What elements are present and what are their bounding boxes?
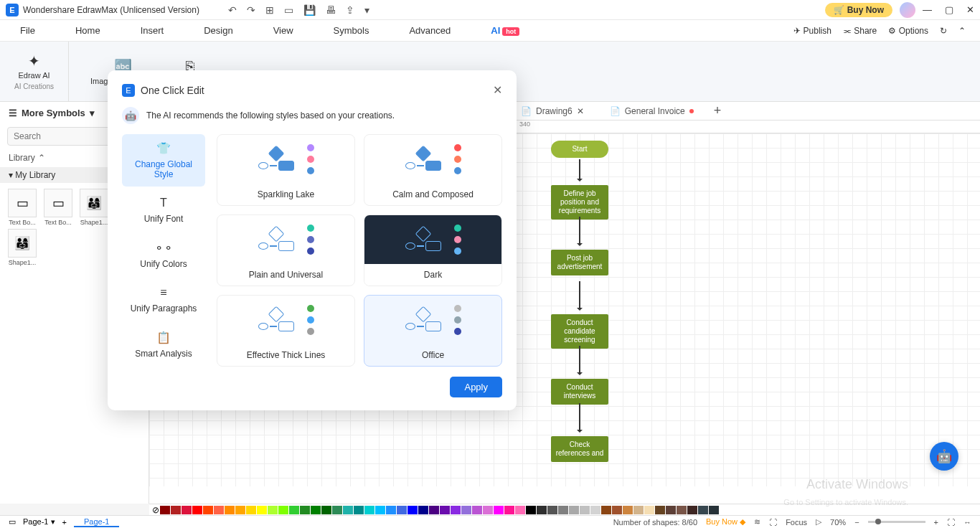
undo-icon[interactable]: ↶ <box>228 4 237 16</box>
fullscreen-icon[interactable]: ⛶ <box>769 518 777 527</box>
color-swatch[interactable] <box>343 506 353 514</box>
menu-ai[interactable]: AIhot <box>485 22 525 39</box>
color-swatch[interactable] <box>569 506 579 514</box>
color-swatch[interactable] <box>214 506 224 514</box>
dropdown-icon[interactable]: ▾ <box>364 4 369 16</box>
ai-assistant-bubble[interactable]: 🤖 <box>930 442 958 471</box>
collapse-ribbon-icon[interactable]: ⌃ <box>958 26 966 36</box>
buy-now-button[interactable]: 🛒 Buy Now <box>825 3 892 17</box>
op-unify-font[interactable]: TUnify Font <box>122 189 205 231</box>
color-swatch[interactable] <box>483 506 493 514</box>
flow-node[interactable]: Conduct interviews <box>551 379 608 405</box>
color-swatch[interactable] <box>332 506 342 514</box>
style-card-effective-thick-lines[interactable]: Effective Thick Lines <box>217 295 355 367</box>
color-swatch[interactable] <box>590 506 600 514</box>
buy-now-link[interactable]: Buy Now ◆ <box>706 517 745 527</box>
color-swatch[interactable] <box>268 506 278 514</box>
style-card-sparkling-lake[interactable]: Sparkling Lake <box>217 134 355 206</box>
play-icon[interactable]: ▷ <box>816 517 821 527</box>
color-swatch[interactable] <box>407 506 418 514</box>
tab-general-invoice[interactable]: 📄 General Invoice <box>604 106 699 116</box>
style-card-dark[interactable]: Dark <box>364 214 502 286</box>
color-swatch[interactable] <box>655 506 665 514</box>
style-card-plain-and-universal[interactable]: Plain and Universal <box>217 214 355 286</box>
tab-close-icon[interactable]: ✕ <box>577 106 584 116</box>
color-swatch[interactable] <box>300 506 310 514</box>
color-swatch[interactable] <box>235 506 245 514</box>
flow-node-start[interactable]: Start <box>551 141 608 158</box>
color-swatch[interactable] <box>547 506 557 514</box>
publish-button[interactable]: ✈ Publish <box>793 26 831 36</box>
color-swatch[interactable] <box>601 506 611 514</box>
zoom-out-icon[interactable]: − <box>854 518 859 527</box>
page-tab[interactable]: Page-1 <box>74 517 119 527</box>
color-swatch[interactable] <box>580 506 590 514</box>
flow-node[interactable]: Conduct candidate screening <box>551 314 608 349</box>
menu-view[interactable]: View <box>268 22 299 39</box>
share-button[interactable]: ⫘ Share <box>843 26 877 36</box>
color-swatch[interactable] <box>644 506 654 514</box>
color-swatch[interactable] <box>504 506 514 514</box>
color-swatch[interactable] <box>246 506 256 514</box>
notification-icon[interactable]: ↻ <box>940 26 947 36</box>
menu-design[interactable]: Design <box>198 22 238 39</box>
shape-item[interactable]: ▭Text Bo... <box>6 189 39 226</box>
dialog-close-icon[interactable]: ✕ <box>493 83 502 97</box>
shape-item[interactable]: 👨‍👩‍👧Shape1... <box>6 229 39 266</box>
color-swatch[interactable] <box>203 506 213 514</box>
color-swatch[interactable] <box>160 506 170 514</box>
edraw-ai-button[interactable]: ✦Edraw AI <box>19 52 50 80</box>
redo-icon[interactable]: ↷ <box>247 4 255 16</box>
color-swatch[interactable] <box>633 506 644 514</box>
options-button[interactable]: ⚙ Options <box>888 26 928 36</box>
add-tab-icon[interactable]: + <box>714 103 722 118</box>
color-swatch[interactable] <box>397 506 407 514</box>
color-swatch[interactable] <box>429 506 439 514</box>
layers-icon[interactable]: ≋ <box>754 517 760 527</box>
menu-insert[interactable]: Insert <box>135 22 170 39</box>
add-page-icon[interactable]: + <box>62 518 67 527</box>
color-swatch[interactable] <box>558 506 568 514</box>
color-swatch[interactable] <box>687 506 697 514</box>
page-list-icon[interactable]: ▭ <box>9 517 16 527</box>
zoom-in-icon[interactable]: + <box>934 518 938 527</box>
color-swatch[interactable] <box>709 506 719 514</box>
no-color-icon[interactable]: ⊘ <box>152 505 159 515</box>
new-icon[interactable]: ⊞ <box>265 4 274 16</box>
color-swatch[interactable] <box>526 506 536 514</box>
color-swatch[interactable] <box>278 506 288 514</box>
focus-button[interactable]: Focus <box>786 518 807 527</box>
tab-drawing6[interactable]: 📄 Drawing6 ✕ <box>515 106 590 116</box>
menu-home[interactable]: Home <box>70 22 106 39</box>
color-swatch[interactable] <box>386 506 396 514</box>
color-swatch[interactable] <box>182 506 192 514</box>
shape-item[interactable]: ▭Text Bo... <box>42 189 75 226</box>
color-swatch[interactable] <box>418 506 428 514</box>
color-swatch[interactable] <box>225 506 235 514</box>
color-swatch[interactable] <box>623 506 633 514</box>
maximize-icon[interactable]: ▢ <box>945 4 953 15</box>
export-icon[interactable]: ⇪ <box>346 4 354 16</box>
color-swatch[interactable] <box>257 506 267 514</box>
flow-node[interactable]: Check references and <box>551 436 608 462</box>
color-swatch[interactable] <box>677 506 687 514</box>
color-swatch[interactable] <box>472 506 482 514</box>
color-swatch[interactable] <box>192 506 202 514</box>
color-swatch[interactable] <box>289 506 299 514</box>
flow-node[interactable]: Define job position and requirements <box>551 185 608 220</box>
apply-button[interactable]: Apply <box>450 377 502 397</box>
menu-symbols[interactable]: Symbols <box>328 22 375 39</box>
menu-advanced[interactable]: Advanced <box>403 22 456 39</box>
op-unify-paragraphs[interactable]: ≡Unify Paragraphs <box>122 279 205 321</box>
menu-file[interactable]: File <box>14 22 41 39</box>
flow-node[interactable]: Post job advertisement <box>551 250 608 275</box>
page-selector[interactable]: Page-1 ▾ <box>23 517 55 527</box>
color-swatch[interactable] <box>354 506 364 514</box>
minimize-icon[interactable]: — <box>923 4 932 15</box>
color-swatch[interactable] <box>612 506 622 514</box>
color-swatch[interactable] <box>537 506 547 514</box>
print-icon[interactable]: 🖶 <box>326 4 336 16</box>
fit-page-icon[interactable]: ⛶ <box>947 518 955 527</box>
color-swatch[interactable] <box>311 506 321 514</box>
zoom-slider[interactable] <box>868 521 925 523</box>
